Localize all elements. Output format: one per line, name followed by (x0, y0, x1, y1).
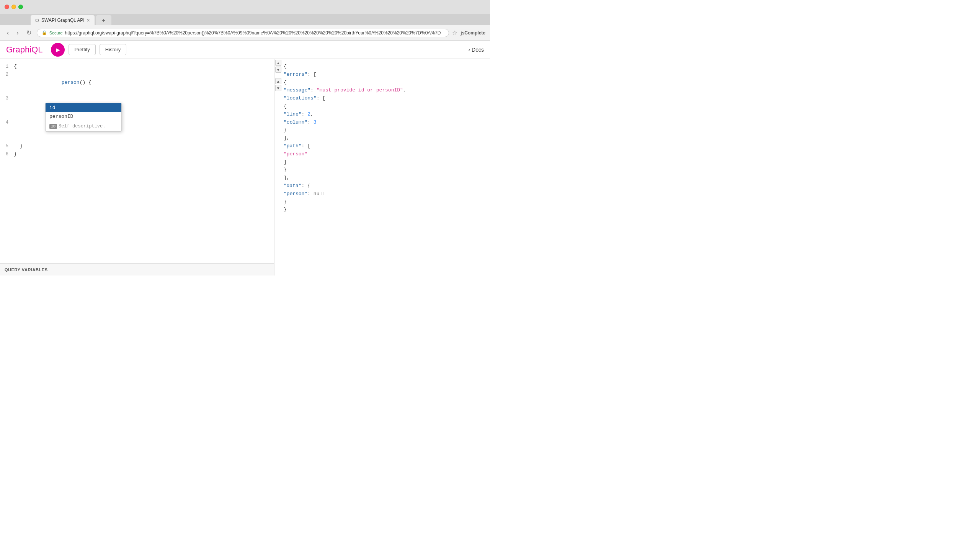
tab-close-button[interactable]: × (87, 17, 90, 23)
minimize-traffic-light[interactable] (11, 5, 16, 9)
result-json: { "errors": [ { "message": "must provide… (284, 63, 490, 214)
prettify-button[interactable]: Prettify (69, 44, 95, 55)
autocomplete-item-personid[interactable]: personID (46, 112, 121, 121)
close-traffic-light[interactable] (5, 5, 9, 9)
json-line: } (284, 166, 490, 174)
line-number: 6 (0, 151, 12, 158)
line-number: 2 (0, 71, 12, 78)
scroll-controls: ▲ ▼ ▲ ▼ (274, 59, 282, 92)
code-line-4: 4 birth (0, 119, 274, 142)
json-line: "data": { (284, 182, 490, 190)
line-content: person() { (12, 71, 274, 95)
json-line: "person" (284, 150, 490, 158)
autocomplete-item-label: id (49, 105, 56, 111)
line-number: 5 (0, 143, 12, 150)
address-input[interactable]: 🔒 Secure https://graphql.org/swapi-graph… (37, 29, 449, 37)
secure-lock-icon: 🔒 (42, 30, 47, 35)
query-editor[interactable]: 1 { 2 person() { 3 name (0, 59, 274, 263)
json-line: } (284, 198, 490, 206)
graphiql-app: GraphiQL ▶ Prettify History ‹ Docs 1 { 2 (0, 41, 490, 276)
graphiql-header: GraphiQL ▶ Prettify History ‹ Docs (0, 41, 490, 59)
code-line-2: 2 person() { (0, 71, 274, 95)
back-button[interactable]: ‹ (5, 29, 11, 37)
json-line: "locations": [ (284, 95, 490, 103)
scroll-down-button[interactable]: ▼ (275, 67, 281, 73)
history-button[interactable]: History (100, 44, 126, 55)
line-number: 4 (0, 119, 12, 126)
json-line: { (284, 63, 490, 71)
json-line: ], (284, 134, 490, 142)
line-number: 1 (0, 63, 12, 70)
address-bar: ‹ › ↻ 🔒 Secure https://graphql.org/swapi… (0, 25, 490, 41)
play-icon: ▶ (56, 47, 60, 53)
json-line: } (284, 126, 490, 134)
json-line: } (284, 206, 490, 214)
json-line: "line": 2, (284, 111, 490, 119)
code-editor: 1 { 2 person() { 3 name (0, 59, 274, 162)
line-content: } (12, 142, 274, 150)
result-pane: ▲ ▼ ▲ ▼ { "errors": [ { "message": "must… (274, 59, 490, 276)
json-line: { (284, 103, 490, 111)
graphiql-logo: GraphiQL (6, 45, 42, 55)
json-line: { (284, 79, 490, 87)
json-line: "column": 3 (284, 119, 490, 127)
active-tab[interactable]: ⬡ SWAPI GraphQL API × (31, 15, 95, 25)
code-line-3: 3 name (0, 95, 274, 118)
scroll-down2-button[interactable]: ▼ (275, 85, 281, 91)
profile-label: jsComplete (461, 30, 485, 36)
title-bar (0, 0, 490, 14)
tab-favicon-icon: ⬡ (35, 18, 39, 23)
query-variables-label: QUERY VARIABLES (5, 267, 48, 272)
docs-button[interactable]: ‹ Docs (468, 47, 484, 53)
query-variables-bar[interactable]: QUERY VARIABLES (0, 263, 274, 276)
autocomplete-hint: ID Self descriptive. (46, 121, 121, 131)
json-line: ], (284, 174, 490, 182)
chevron-left-icon: ‹ (468, 47, 470, 53)
json-line: ] (284, 158, 490, 166)
run-query-button[interactable]: ▶ (51, 43, 65, 57)
new-tab-button[interactable]: + (96, 15, 111, 25)
browser-chrome: ⬡ SWAPI GraphQL API × + ‹ › ↻ 🔒 Secure h… (0, 0, 490, 41)
code-line-6: 6 } (0, 150, 274, 158)
json-line: "errors": [ (284, 71, 490, 79)
tab-title: SWAPI GraphQL API (41, 18, 85, 23)
url-text: https://graphql.org/swapi-graphql/?query… (65, 30, 444, 36)
line-content: } (12, 150, 274, 158)
graphiql-main: 1 { 2 person() { 3 name (0, 59, 490, 276)
editor-pane: 1 { 2 person() { 3 name (0, 59, 274, 276)
autocomplete-hint-text: Self descriptive. (59, 124, 105, 129)
line-content: { (12, 63, 274, 71)
bookmark-button[interactable]: ☆ (452, 29, 457, 36)
reload-button[interactable]: ↻ (24, 28, 34, 37)
scroll-up-button[interactable]: ▲ (275, 60, 281, 66)
traffic-lights (5, 5, 23, 9)
autocomplete-type-badge: ID (49, 124, 57, 129)
forward-button[interactable]: › (14, 29, 21, 37)
tab-bar: ⬡ SWAPI GraphQL API × + (0, 14, 490, 25)
autocomplete-item-label: personID (49, 114, 73, 119)
autocomplete-dropdown: id personID ID Self descriptive. (45, 103, 122, 132)
secure-label: Secure (49, 31, 63, 35)
line-number: 3 (0, 95, 12, 102)
docs-label: Docs (472, 47, 484, 53)
json-line: "person": null (284, 190, 490, 198)
json-line: "message": "must provide id or personID"… (284, 86, 490, 95)
json-line: "path": [ (284, 142, 490, 150)
code-line-5: 5 } (0, 142, 274, 150)
scroll-up2-button[interactable]: ▲ (275, 78, 281, 84)
code-line-1: 1 { (0, 63, 274, 71)
result-content: { "errors": [ { "message": "must provide… (274, 59, 490, 276)
autocomplete-item-id[interactable]: id (46, 103, 121, 112)
maximize-traffic-light[interactable] (18, 5, 23, 9)
